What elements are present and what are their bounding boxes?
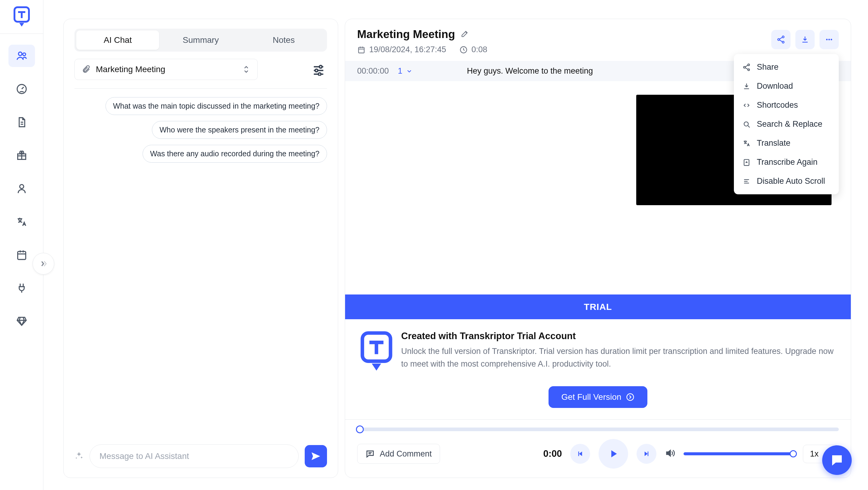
download-button[interactable] bbox=[795, 30, 815, 49]
suggestions-list: What was the main topic discussed in the… bbox=[74, 97, 327, 163]
transcript-text: Hey guys. Welcome to the meeting bbox=[467, 66, 593, 76]
sidebar bbox=[0, 0, 43, 490]
sidebar-item-integrations[interactable] bbox=[8, 277, 35, 299]
trial-badge: TRIAL bbox=[345, 294, 851, 319]
transcript-title: Marketing Meeting bbox=[357, 28, 455, 41]
suggestion-chip[interactable]: What was the main topic discussed in the… bbox=[105, 97, 327, 115]
transcript-timestamp: 00:00:00 bbox=[357, 66, 389, 76]
dropdown-transcribe-again[interactable]: Transcribe Again bbox=[734, 153, 839, 172]
sidebar-item-translate[interactable] bbox=[8, 211, 35, 233]
more-button[interactable] bbox=[819, 30, 839, 49]
file-selector[interactable]: Marketing Meeting bbox=[74, 59, 258, 80]
sparkle-icon bbox=[74, 451, 84, 461]
svg-point-22 bbox=[318, 73, 321, 76]
svg-rect-31 bbox=[359, 47, 364, 53]
file-name: Marketing Meeting bbox=[96, 64, 236, 74]
chat-panel: AI Chat Summary Notes Marketing Meeting … bbox=[63, 19, 338, 478]
dropdown-shortcodes[interactable]: Shortcodes bbox=[734, 96, 839, 115]
more-dropdown: Share Download Shortcodes Search & Repla… bbox=[734, 54, 839, 194]
svg-point-1 bbox=[19, 52, 22, 56]
svg-line-39 bbox=[745, 65, 748, 67]
edit-title-button[interactable] bbox=[461, 30, 469, 39]
help-chat-button[interactable] bbox=[822, 445, 852, 475]
sidebar-item-calendar[interactable] bbox=[8, 244, 35, 266]
dropdown-translate[interactable]: Translate bbox=[734, 134, 839, 153]
volume-slider[interactable] bbox=[684, 452, 795, 455]
trial-heading: Created with Transkriptor Trial Account bbox=[401, 331, 836, 342]
svg-line-27 bbox=[779, 40, 782, 41]
updown-icon bbox=[242, 65, 251, 74]
svg-point-29 bbox=[829, 39, 830, 40]
svg-rect-10 bbox=[18, 251, 26, 259]
next-button[interactable] bbox=[637, 444, 656, 464]
svg-point-9 bbox=[20, 185, 24, 189]
svg-point-2 bbox=[23, 53, 25, 56]
svg-point-41 bbox=[744, 122, 748, 126]
tab-summary[interactable]: Summary bbox=[159, 30, 242, 50]
add-comment-button[interactable]: Add Comment bbox=[357, 444, 440, 464]
suggestion-chip[interactable]: Was there any audio recorded during the … bbox=[143, 145, 327, 163]
sidebar-item-gift[interactable] bbox=[8, 144, 35, 167]
sidebar-item-profile[interactable] bbox=[8, 177, 35, 200]
volume-button[interactable] bbox=[665, 448, 675, 460]
sidebar-item-premium[interactable] bbox=[8, 310, 35, 333]
svg-point-30 bbox=[831, 39, 832, 40]
trial-body-text: Unlock the full version of Transkriptor.… bbox=[401, 345, 836, 371]
suggestion-chip[interactable]: Who were the speakers present in the mee… bbox=[152, 121, 327, 139]
trial-logo-icon bbox=[360, 331, 393, 373]
transcript-duration: 0:08 bbox=[459, 45, 487, 54]
send-button[interactable] bbox=[305, 445, 327, 467]
svg-line-26 bbox=[779, 37, 782, 39]
playback-time: 0:00 bbox=[543, 449, 562, 459]
tab-notes[interactable]: Notes bbox=[242, 30, 325, 50]
svg-point-48 bbox=[627, 394, 633, 401]
dropdown-disable-auto-scroll[interactable]: Disable Auto Scroll bbox=[734, 172, 839, 191]
transcript-panel: Marketing Meeting 19/08/2024, 16:27:45 0… bbox=[345, 19, 851, 478]
get-full-version-button[interactable]: Get Full Version bbox=[549, 386, 647, 408]
dropdown-search-replace[interactable]: Search & Replace bbox=[734, 115, 839, 134]
share-button[interactable] bbox=[771, 30, 790, 49]
dropdown-share[interactable]: Share bbox=[734, 58, 839, 77]
logo-area bbox=[0, 0, 43, 34]
chat-input[interactable]: Message to AI Assistant bbox=[90, 444, 299, 468]
svg-point-28 bbox=[826, 39, 828, 40]
filter-button[interactable] bbox=[310, 61, 327, 78]
transcript-date: 19/08/2024, 16:27:45 bbox=[357, 45, 446, 54]
play-button[interactable] bbox=[598, 439, 628, 468]
progress-slider[interactable] bbox=[357, 428, 839, 431]
prev-button[interactable] bbox=[570, 444, 590, 464]
svg-line-42 bbox=[748, 125, 750, 127]
dropdown-download[interactable]: Download bbox=[734, 77, 839, 96]
sidebar-item-files[interactable] bbox=[8, 111, 35, 133]
tab-ai-chat[interactable]: AI Chat bbox=[76, 30, 159, 50]
transcript-speaker[interactable]: 1 bbox=[398, 66, 412, 76]
svg-point-20 bbox=[315, 69, 318, 72]
tab-bar: AI Chat Summary Notes bbox=[74, 29, 327, 52]
svg-point-18 bbox=[319, 65, 322, 68]
app-logo-icon bbox=[13, 6, 30, 28]
sidebar-item-team[interactable] bbox=[8, 45, 35, 67]
paperclip-icon bbox=[82, 65, 90, 74]
sidebar-item-dashboard[interactable] bbox=[8, 78, 35, 100]
player-bar: Add Comment 0:00 1x bbox=[345, 420, 851, 478]
svg-line-40 bbox=[745, 67, 748, 69]
